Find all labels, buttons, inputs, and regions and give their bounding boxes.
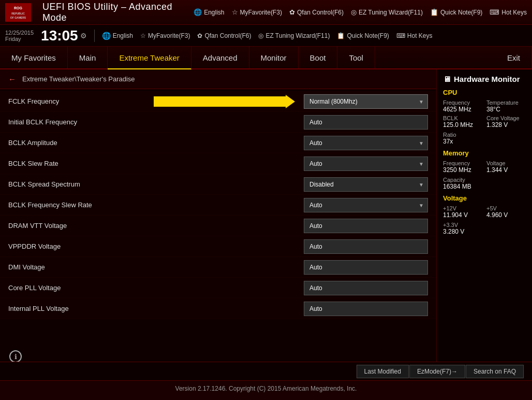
nav-item-main[interactable]: Main — [68, 47, 108, 68]
core-pll-control — [304, 281, 428, 295]
dt-ez-label: EZ Tuning Wizard(F11) — [265, 32, 330, 39]
internal-pll-control — [304, 302, 428, 316]
cpu-ratio-value: 37x — [443, 138, 526, 145]
dt-qfan-tool[interactable]: ✿ Qfan Control(F6) — [197, 32, 251, 39]
bottom-bar: Last Modified EzMode(F7)→ Search on FAQ — [0, 362, 532, 380]
mem-volt-cell: Voltage 1.344 V — [486, 160, 526, 174]
star-icon: ☆ — [232, 8, 238, 16]
date-section: 12/25/2015 Friday — [5, 30, 34, 42]
vppddr-input[interactable] — [304, 239, 428, 254]
initial-bclk-label: Initial BCLK Frequency — [8, 118, 304, 126]
setting-row-bclk-amplitude: BCLK Amplitude Auto ▼ — [0, 133, 436, 153]
hot-keys-tool[interactable]: ⌨ Hot Keys — [490, 8, 527, 16]
left-panel: ← Extreme Tweaker\Tweaker's Paradise FCL… — [0, 69, 436, 362]
back-arrow-icon[interactable]: ← — [8, 75, 16, 83]
qfan-label: Qfan Control(F6) — [297, 9, 344, 16]
cpu-bclk-cell: BCLK 125.0 MHz — [443, 115, 482, 128]
nav-item-extreme-tweaker[interactable]: Extreme Tweaker — [108, 47, 191, 69]
v33-full: +3.3V 3.280 V — [443, 222, 526, 235]
nav-item-advanced[interactable]: Advanced — [191, 47, 249, 68]
bclk-slew-select[interactable]: Auto — [304, 156, 428, 171]
voltage-section-header: Voltage — [443, 194, 526, 202]
dt-globe-icon: 🌐 — [102, 32, 111, 40]
fclk-select[interactable]: Normal (800Mhz) — [304, 94, 428, 109]
bios-title: UEFI BIOS Utility – Advanced Mode — [42, 2, 187, 23]
rog-logo: ROG REPUBLIC OF GAMERS — [5, 3, 31, 22]
dt-fan-icon: ✿ — [197, 32, 202, 39]
dram-vtt-input[interactable] — [304, 219, 428, 233]
v5-cell: +5V 4.960 V — [486, 205, 526, 219]
setting-row-internal-pll: Internal PLL Voltage — [0, 298, 436, 319]
dt-note-tool[interactable]: 📋 Quick Note(F9) — [337, 32, 389, 39]
nav-item-tool[interactable]: Tool — [337, 47, 375, 68]
bclk-spread-select[interactable]: Disabled — [304, 177, 428, 192]
internal-pll-label: Internal PLL Voltage — [8, 305, 304, 312]
nav-item-monitor[interactable]: Monitor — [249, 47, 299, 68]
language-tool[interactable]: 🌐 English — [194, 8, 224, 16]
setting-row-bclk-freq-slew: BCLK Frequency Slew Rate Auto ▼ — [0, 195, 436, 216]
date-display: 12/25/2015 — [5, 30, 34, 36]
nav-item-boot[interactable]: Boot — [299, 47, 338, 68]
time-section: 13:05 ⚙ — [41, 28, 87, 43]
hardware-monitor-panel: 🖥 Hardware Monitor CPU Frequency 4625 MH… — [436, 69, 532, 362]
monitor-screen-icon: 🖥 — [443, 75, 451, 83]
dmi-input[interactable] — [304, 260, 428, 275]
cpu-frequency-value: 4625 MHz — [443, 106, 482, 113]
cpu-temperature-label: Temperature — [486, 99, 526, 106]
cpu-corevolt-cell: Core Voltage 1.328 V — [486, 115, 526, 128]
bclk-amplitude-select[interactable]: Auto — [304, 136, 428, 150]
breadcrumb-path: Extreme Tweaker\Tweaker's Paradise — [22, 75, 135, 83]
globe-icon: 🌐 — [194, 8, 202, 16]
quick-note-tool[interactable]: 📋 Quick Note(F9) — [430, 8, 482, 16]
mem-capacity-full: Capacity 16384 MB — [443, 177, 526, 190]
nav-item-exit[interactable]: Exit — [496, 47, 532, 68]
wand-icon: ◎ — [351, 8, 357, 16]
internal-pll-input[interactable] — [304, 302, 428, 316]
cpu-grid: Frequency 4625 MHz Temperature 38°C BCLK… — [443, 99, 526, 128]
cpu-frequency-label: Frequency — [443, 99, 482, 106]
initial-bclk-input[interactable] — [304, 115, 428, 130]
setting-row-dram-vtt: DRAM VTT Voltage — [0, 216, 436, 236]
dt-qfan-label: Qfan Control(F6) — [204, 32, 251, 39]
qfan-tool[interactable]: ✿ Qfan Control(F6) — [289, 8, 344, 16]
dt-keyboard-icon: ⌨ — [396, 32, 405, 39]
cpu-bclk-value: 125.0 MHz — [443, 121, 482, 128]
svg-text:OF GAMERS: OF GAMERS — [10, 16, 26, 19]
note-icon: 📋 — [430, 8, 438, 16]
dt-star-icon: ☆ — [140, 32, 146, 39]
dt-hotkeys-tool[interactable]: ⌨ Hot Keys — [396, 32, 433, 39]
dt-ez-tool[interactable]: ◎ EZ Tuning Wizard(F11) — [258, 32, 330, 39]
bclk-slew-control: Auto ▼ — [304, 156, 428, 171]
bclk-spread-label: BCLK Spread Spectrum — [8, 180, 304, 188]
myfavorite-tool[interactable]: ☆ MyFavorite(F3) — [232, 8, 282, 16]
initial-bclk-control — [304, 115, 428, 130]
bclk-spread-control: Disabled ▼ — [304, 177, 428, 192]
core-pll-input[interactable] — [304, 281, 428, 295]
search-faq-button[interactable]: Search on FAQ — [466, 365, 524, 378]
bclk-slew-label: BCLK Slew Rate — [8, 160, 304, 167]
divider — [94, 30, 95, 42]
setting-row-fclk: FCLK Frequency Normal (800Mhz) ▼ — [0, 91, 436, 112]
settings-list: FCLK Frequency Normal (800Mhz) ▼ Initial… — [0, 89, 436, 321]
dt-myfavorite-tool[interactable]: ☆ MyFavorite(F3) — [140, 32, 190, 39]
last-modified-button[interactable]: Last Modified — [357, 365, 409, 378]
cpu-freq-label-cell: Frequency 4625 MHz — [443, 99, 482, 113]
hot-keys-label: Hot Keys — [501, 9, 527, 16]
bclk-freq-slew-select[interactable]: Auto — [304, 198, 428, 212]
dt-language-tool[interactable]: 🌐 English — [102, 32, 133, 40]
ez-tuning-tool[interactable]: ◎ EZ Tuning Wizard(F11) — [351, 8, 423, 16]
mem-voltage-value: 1.344 V — [486, 166, 526, 174]
bclk-freq-slew-control: Auto ▼ — [304, 198, 428, 212]
logo-area: ROG REPUBLIC OF GAMERS — [5, 3, 31, 22]
info-icon[interactable]: ℹ — [9, 350, 22, 362]
cpu-corevolt-label: Core Voltage — [486, 115, 526, 121]
language-label: English — [204, 9, 224, 16]
nav-item-favorites[interactable]: My Favorites — [0, 47, 68, 68]
v33-value: 3.280 V — [443, 228, 526, 235]
setting-row-vppddr: VPPDDR Voltage — [0, 236, 436, 257]
fan-icon: ✿ — [289, 8, 295, 16]
day-display: Friday — [5, 36, 34, 42]
settings-gear-icon[interactable]: ⚙ — [80, 32, 87, 40]
v5-value: 4.960 V — [486, 211, 526, 219]
ez-mode-button[interactable]: EzMode(F7)→ — [409, 365, 465, 378]
